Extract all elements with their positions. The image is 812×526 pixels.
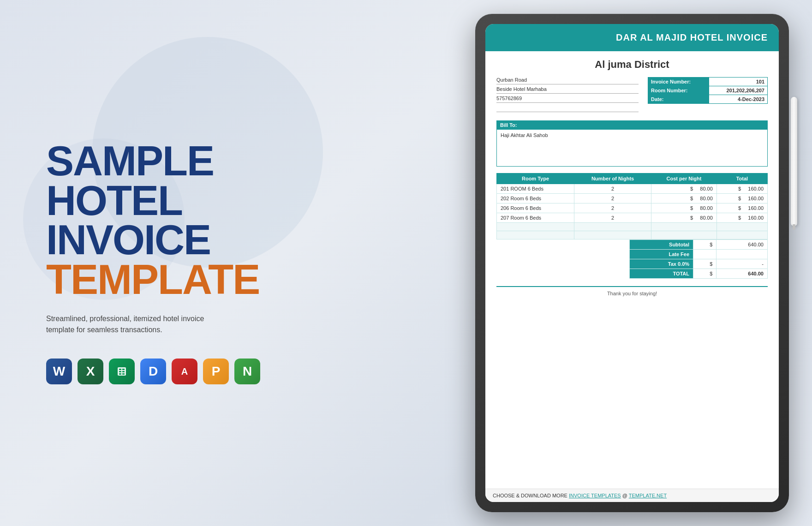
title-line1: SAMPLE (46, 142, 295, 181)
bill-to-header: Bill To: (496, 120, 768, 130)
sheets-icon[interactable] (109, 359, 135, 384)
app-icons-row: W X D A P N (46, 359, 295, 384)
address-line1: Qurban Road (496, 77, 639, 84)
hotel-address: Qurban Road Beside Hotel Marhaba 5757628… (496, 77, 639, 114)
cost-cell: $ 80.00 (651, 213, 717, 223)
left-panel: SAMPLE HOTEL INVOICE TEMPLATE Streamline… (28, 0, 314, 526)
room-number-label: Room Number: (648, 86, 709, 95)
tablet-screen: DAR AL MAJID HOTEL INVOICE Al juma Distr… (485, 24, 779, 502)
svg-rect-3 (119, 371, 121, 372)
title-line3: INVOICE (46, 221, 295, 260)
acrobat-icon[interactable]: A (172, 359, 197, 384)
subtitle-text: Streamlined, professional, itemized hote… (46, 313, 221, 335)
tax-row: Tax 0.0% $ - (630, 259, 768, 269)
tax-dollar: $ (693, 259, 716, 269)
address-line2: Beside Hotel Marhaba (496, 86, 639, 94)
bottom-separator: @ (622, 493, 629, 498)
hotel-name: Al juma District (496, 59, 768, 71)
invoice-content: DAR AL MAJID HOTEL INVOICE Al juma Distr… (485, 24, 779, 502)
nights-cell: 2 (574, 203, 651, 213)
total-value: 640.00 (716, 269, 768, 279)
hotel-info-row: Qurban Road Beside Hotel Marhaba 5757628… (496, 77, 768, 114)
thank-you-text: Thank you for staying! (496, 286, 768, 296)
bottom-bar: CHOOSE & DOWNLOAD MORE INVOICE TEMPLATES… (485, 489, 779, 502)
date-label: Date: (648, 95, 709, 104)
total-label: TOTAL (630, 269, 693, 279)
main-title: SAMPLE HOTEL INVOICE TEMPLATE (46, 142, 295, 299)
late-fee-row: Late Fee (630, 250, 768, 259)
meta-row-date: Date: 4-Dec-2023 (648, 95, 768, 104)
pages-icon[interactable]: P (203, 359, 229, 384)
invoice-body: Al juma District Qurban Road Beside Hote… (485, 51, 779, 304)
numbers-icon[interactable]: N (234, 359, 260, 384)
room-type-cell: 206 Room 6 Beds (497, 203, 574, 213)
table-header-row: Room Type Number of Nights Cost per Nigh… (497, 173, 768, 184)
col-cost: Cost per Night (651, 173, 717, 184)
title-line4: TEMPLATE (46, 260, 295, 300)
address-blank1 (496, 105, 639, 112)
subtotal-value: 640.00 (716, 240, 768, 250)
svg-rect-1 (119, 369, 121, 370)
tablet-container: DAR AL MAJID HOTEL INVOICE Al juma Distr… (475, 14, 789, 512)
svg-rect-6 (122, 373, 125, 375)
word-icon[interactable]: W (46, 359, 72, 384)
bill-to-section: Bill To: Haji Akhtar Ali Sahob (496, 120, 768, 167)
date-value: 4-Dec-2023 (709, 95, 767, 104)
totals-table: Subtotal $ 640.00 Late Fee Tax 0.0% (629, 239, 768, 279)
svg-rect-4 (122, 371, 125, 372)
subtotal-label: Subtotal (630, 240, 693, 250)
cost-cell: $ 80.00 (651, 203, 717, 213)
bottom-text: CHOOSE & DOWNLOAD MORE (493, 493, 567, 498)
svg-rect-2 (122, 369, 125, 370)
col-room-type: Room Type (497, 173, 574, 184)
room-type-cell: 202 Room 6 Beds (497, 194, 574, 203)
room-type-cell: 207 Room 6 Beds (497, 213, 574, 223)
room-type-cell: 201 ROOM 6 Beds (497, 184, 574, 194)
room-number-value: 201,202,206,207 (709, 86, 767, 95)
table-row: 201 ROOM 6 Beds 2 $ 80.00 $ 160.00 (497, 184, 768, 194)
late-fee-value (716, 250, 768, 259)
subtotal-dollar: $ (693, 240, 716, 250)
table-row: 202 Room 6 Beds 2 $ 80.00 $ 160.00 (497, 194, 768, 203)
total-cell: $ 160.00 (716, 203, 767, 213)
total-cell: $ 160.00 (716, 194, 767, 203)
subtotal-row: Subtotal $ 640.00 (630, 240, 768, 250)
late-fee-dollar (693, 250, 716, 259)
cost-cell: $ 80.00 (651, 184, 717, 194)
tax-label: Tax 0.0% (630, 259, 693, 269)
bill-to-content: Haji Akhtar Ali Sahob (496, 130, 768, 167)
phone: 575762869 (496, 96, 639, 103)
items-table: Room Type Number of Nights Cost per Nigh… (496, 173, 768, 239)
tablet-frame: DAR AL MAJID HOTEL INVOICE Al juma Distr… (475, 14, 789, 512)
invoice-header-title: DAR AL MAJID HOTEL INVOICE (616, 32, 768, 42)
total-dollar: $ (693, 269, 716, 279)
total-cell: $ 160.00 (716, 213, 767, 223)
col-total: Total (716, 173, 767, 184)
cost-cell: $ 80.00 (651, 194, 717, 203)
meta-row-invoice: Invoice Number: 101 (648, 78, 768, 86)
late-fee-label: Late Fee (630, 250, 693, 259)
docs-icon[interactable]: D (140, 359, 166, 384)
invoice-number-value: 101 (709, 78, 767, 86)
invoice-number-label: Invoice Number: (648, 78, 709, 86)
meta-table: Invoice Number: 101 Room Number: 201,202… (648, 77, 768, 104)
tax-value: - (716, 259, 768, 269)
table-row: 207 Room 6 Beds 2 $ 80.00 $ 160.00 (497, 213, 768, 223)
empty-row (497, 223, 768, 231)
template-net-link[interactable]: TEMPLATE.NET (629, 493, 667, 498)
invoice-meta: Invoice Number: 101 Room Number: 201,202… (648, 77, 768, 104)
nights-cell: 2 (574, 194, 651, 203)
total-row: TOTAL $ 640.00 (630, 269, 768, 279)
excel-icon[interactable]: X (78, 359, 103, 384)
totals-section: Subtotal $ 640.00 Late Fee Tax 0.0% (496, 239, 768, 279)
title-line2: HOTEL (46, 181, 295, 221)
meta-row-room: Room Number: 201,202,206,207 (648, 86, 768, 95)
bill-to-name: Haji Akhtar Ali Sahob (501, 132, 764, 138)
svg-rect-5 (119, 373, 121, 375)
invoice-header-banner: DAR AL MAJID HOTEL INVOICE (485, 24, 779, 51)
table-row: 206 Room 6 Beds 2 $ 80.00 $ 160.00 (497, 203, 768, 213)
svg-rect-0 (118, 367, 126, 376)
col-nights: Number of Nights (574, 173, 651, 184)
total-cell: $ 160.00 (716, 184, 767, 194)
invoice-templates-link[interactable]: INVOICE TEMPLATES (569, 493, 621, 498)
